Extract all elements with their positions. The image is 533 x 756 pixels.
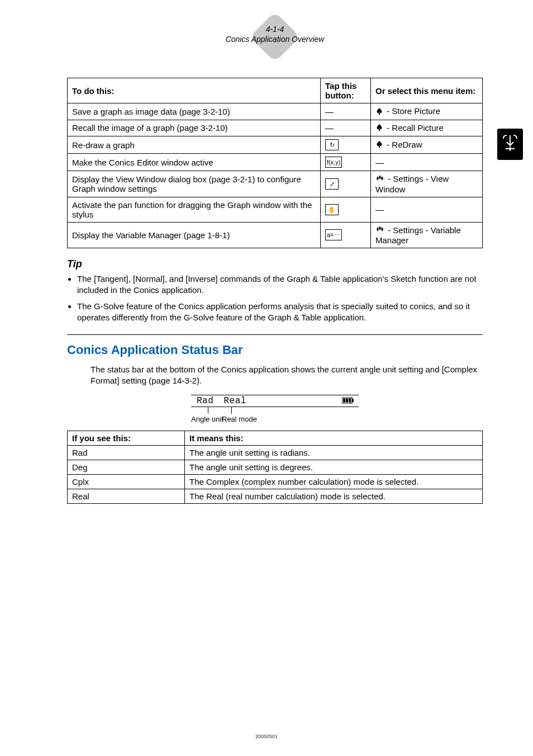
toolbar-button-icon: ↻ [325,139,339,150]
menu-cell: - Settings - Variable Manager [371,222,483,248]
spade-icon [375,124,383,133]
status-meaning-cell: The Complex (complex number calculation)… [185,474,483,489]
leader-line [208,407,208,414]
status-bar-figure: Rad Real Angle unit Real mode [67,395,483,427]
table-row: Display the Variable Manager (page 1-8-1… [68,222,483,248]
menu-cell: - Settings - View Window [371,171,483,197]
col-header-action: To do this: [68,78,321,103]
button-cell: ⤢ [321,171,371,197]
toolbar-button-icon: ⤢ [325,178,339,190]
col-header-means: It means this: [185,431,483,445]
tips-list: The [Tangent], [Normal], and [Inverse] c… [67,273,483,323]
leader-line [231,407,232,414]
actions-table: To do this: Tap this button: Or select t… [67,78,483,248]
leader-label-real: Real mode [222,415,257,423]
table-row: CplxThe Complex (complex number calculat… [68,474,483,489]
leader-label-angle: Angle unit [191,415,223,423]
table-header-row: To do this: Tap this button: Or select t… [68,78,483,103]
clover-icon [375,175,384,185]
status-bar-heading: Conics Application Status Bar [67,343,483,357]
menu-cell: - Recall Picture [371,120,483,136]
svg-rect-1 [352,399,354,402]
table-header-row: If you see this: It means this: [68,431,483,445]
table-row: RadThe angle unit setting is radians. [68,445,483,460]
tip-item: The G-Solve feature of the Conics applic… [77,301,483,324]
action-cell: Make the Conics Editor window active [68,154,321,171]
status-real-mode: Real [219,396,246,406]
button-cell: ✋ [321,197,371,222]
menu-label: - Settings - Variable Manager [375,225,461,245]
table-row: RealThe Real (real number calculation) m… [68,489,483,503]
battery-icon [342,396,354,407]
footer-datestamp: 20050501 [0,734,533,739]
chapter-side-icon [497,129,523,160]
svg-rect-2 [343,398,345,403]
status-meaning-cell: The angle unit setting is radians. [185,445,483,460]
menu-cell: — [371,197,483,222]
table-row: Recall the image of a graph (page 3-2-10… [68,120,483,136]
menu-cell: - ReDraw [371,136,483,154]
menu-label: - Store Picture [384,106,440,116]
table-row: Activate the pan function for dragging t… [68,197,483,222]
table-row: Save a graph as image data (page 3-2-10)… [68,103,483,120]
spade-icon [375,107,383,117]
status-key-cell: Rad [68,445,185,460]
tip-heading: Tip [67,258,483,270]
status-key-cell: Deg [68,460,185,474]
status-meaning-cell: The Real (real number calculation) mode … [185,489,483,503]
action-cell: Display the Variable Manager (page 1-8-1… [68,222,321,248]
action-cell: Save a graph as image data (page 3-2-10) [68,103,321,120]
table-row: Re-draw a graph↻ - ReDraw [68,136,483,154]
status-bar-display: Rad Real [191,395,359,407]
menu-label: - ReDraw [384,140,422,149]
clover-icon [375,226,384,235]
status-meaning-cell: The angle unit setting is degrees. [185,460,483,474]
section-divider [67,334,483,335]
menu-label: - Recall Picture [384,123,444,133]
table-row: Display the View Window dialog box (page… [68,171,483,197]
action-cell: Activate the pan function for dragging t… [68,197,321,222]
action-cell: Re-draw a graph [68,136,321,154]
status-meaning-table: If you see this: It means this: RadThe a… [67,431,483,504]
button-cell: ↻ [321,136,371,154]
toolbar-button-icon: a=⋯ [325,229,342,240]
menu-cell: - Store Picture [371,103,483,120]
col-header-menu: Or select this menu item: [371,78,483,103]
button-cell: — [321,120,371,136]
button-cell: a=⋯ [321,222,371,248]
page-section-title: Conics Application Overview [226,35,325,44]
action-cell: Recall the image of a graph (page 3-2-10… [68,120,321,136]
button-cell: — [321,103,371,120]
menu-cell: — [371,154,483,171]
action-cell: Display the View Window dialog box (page… [68,171,321,197]
status-key-cell: Cplx [68,474,185,489]
menu-label: - Settings - View Window [375,174,449,194]
svg-rect-4 [349,398,351,403]
col-header-button: Tap this button: [321,78,371,103]
table-row: DegThe angle unit setting is degrees. [68,460,483,474]
status-key-cell: Real [68,489,185,503]
toolbar-button-icon: f(x,y) [325,157,342,168]
table-row: Make the Conics Editor window activef(x,… [68,154,483,171]
page-header: 4-1-4 Conics Application Overview [67,22,483,44]
status-bar-paragraph: The status bar at the bottom of the Coni… [91,364,483,387]
tip-item: The [Tangent], [Normal], and [Inverse] c… [77,273,483,296]
spade-icon [375,140,383,150]
status-angle-unit: Rad [191,396,213,406]
toolbar-button-icon: ✋ [325,204,339,215]
page-number: 4-1-4 [226,22,325,34]
svg-rect-3 [346,398,348,403]
col-header-see: If you see this: [68,431,185,445]
button-cell: f(x,y) [321,154,371,171]
